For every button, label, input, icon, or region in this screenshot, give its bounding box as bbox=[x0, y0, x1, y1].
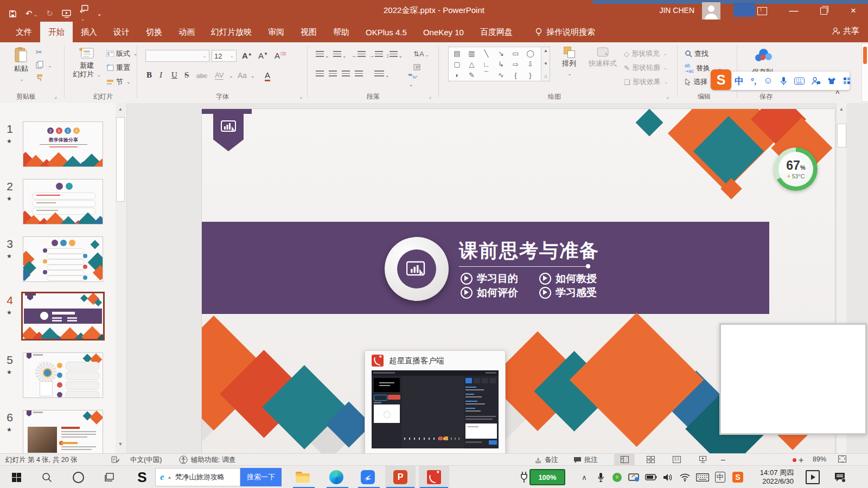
edge-scrollbar-thumb[interactable] bbox=[863, 47, 867, 64]
tray-media-icon[interactable] bbox=[802, 466, 824, 488]
tab-transitions[interactable]: 切换 bbox=[138, 22, 170, 42]
justify-button[interactable] bbox=[355, 70, 363, 79]
task-view-button[interactable] bbox=[98, 466, 122, 488]
scrollbar-thumb[interactable] bbox=[837, 124, 846, 147]
text-direction-button[interactable]: ⇅A⌄ bbox=[413, 50, 429, 58]
tab-home[interactable]: 开始 bbox=[40, 22, 73, 42]
font-size-combobox[interactable]: 12⌄ bbox=[212, 50, 237, 62]
slide-title[interactable]: 课前思考与准备 bbox=[459, 238, 599, 264]
bullets-button[interactable]: ⌄ bbox=[316, 51, 329, 59]
reset-button[interactable]: 重置 bbox=[106, 63, 130, 73]
bold-button[interactable]: B bbox=[146, 70, 152, 80]
layout-button[interactable]: 版式⌄ bbox=[106, 49, 138, 59]
reading-view-button[interactable] bbox=[666, 454, 687, 465]
fit-slide-button[interactable] bbox=[838, 455, 846, 463]
clipboard-dialog-launcher[interactable]: ⌟ bbox=[54, 93, 57, 99]
restore-button[interactable] bbox=[811, 0, 836, 22]
bullet-item[interactable]: 学习感受 bbox=[539, 286, 597, 300]
collapse-ribbon-button[interactable]: ^ bbox=[835, 89, 840, 97]
shape-curve-icon[interactable]: ∿ bbox=[494, 70, 508, 80]
minimize-button[interactable]: — bbox=[781, 0, 806, 22]
cortana-icon[interactable] bbox=[66, 466, 90, 488]
voice-input-icon[interactable] bbox=[780, 76, 787, 86]
section-button[interactable]: 节⌄ bbox=[106, 77, 131, 87]
shrink-font-button[interactable]: A▼ bbox=[258, 51, 268, 60]
tray-keyboard-icon[interactable] bbox=[693, 466, 712, 488]
gallery-up-arrow[interactable]: ▲ bbox=[544, 48, 548, 53]
shape-effects-button[interactable]: ❑形状效果⌄ bbox=[624, 77, 668, 87]
sogou-logo[interactable]: S bbox=[711, 69, 731, 90]
shape-freeform-icon[interactable]: ◗ bbox=[450, 70, 464, 80]
align-left-button[interactable] bbox=[316, 70, 324, 79]
ribbon-display-options-button[interactable] bbox=[750, 0, 775, 22]
accessibility-icon[interactable] bbox=[179, 455, 188, 464]
soft-keyboard-icon[interactable] bbox=[794, 78, 805, 85]
shape-down-arrow-icon[interactable]: ⇩ bbox=[523, 59, 538, 69]
slide-thumbnail-4-selected[interactable] bbox=[21, 292, 105, 341]
bullet-item[interactable]: 如何评价 bbox=[461, 286, 518, 300]
start-button[interactable] bbox=[4, 466, 28, 488]
spellcheck-icon[interactable] bbox=[111, 455, 119, 463]
cut-icon[interactable]: ✂ bbox=[36, 48, 42, 56]
bullet-item[interactable]: 学习目的 bbox=[461, 272, 518, 286]
ime-person-icon[interactable] bbox=[812, 77, 820, 85]
comments-button[interactable]: 批注 bbox=[573, 455, 598, 465]
punctuation-button[interactable]: °, bbox=[751, 76, 756, 86]
scrollbar-thumb[interactable] bbox=[116, 117, 125, 202]
format-painter-icon[interactable] bbox=[36, 74, 44, 82]
tray-ime-mode[interactable]: 中 bbox=[712, 466, 728, 488]
camera-overlay-window[interactable] bbox=[719, 323, 867, 435]
slide-thumbnail-1[interactable]: 2 0 2 2 教学体验分享 bbox=[23, 121, 103, 167]
paste-button[interactable]: 粘贴 ⌄ bbox=[7, 47, 36, 84]
chaoxing-app-icon[interactable] bbox=[420, 466, 448, 488]
shape-arc-icon[interactable]: ⌒ bbox=[479, 70, 494, 80]
tray-volume-icon[interactable] bbox=[660, 466, 676, 488]
skin-shirt-icon[interactable] bbox=[827, 77, 836, 85]
taskbar-preview-popup[interactable]: 超星直播客户端 bbox=[365, 350, 506, 454]
account-name[interactable]: JIN CHEN bbox=[659, 6, 694, 15]
tab-animations[interactable]: 动画 bbox=[170, 22, 203, 42]
notification-center-icon[interactable] bbox=[827, 466, 854, 488]
tell-me-search[interactable]: 操作说明搜索 bbox=[535, 22, 595, 42]
shape-right-brace-icon[interactable]: } bbox=[523, 70, 538, 80]
slide-thumbnail-6[interactable] bbox=[23, 410, 103, 453]
change-case-button[interactable]: Aa bbox=[238, 71, 247, 80]
ime-mode-button[interactable]: 中 bbox=[735, 75, 744, 87]
convert-smartart-button[interactable]: ⌄ bbox=[408, 73, 417, 88]
emoji-button[interactable]: ☺ bbox=[763, 75, 773, 86]
change-case-dropdown[interactable]: ⌄ bbox=[251, 73, 255, 79]
tab-insert[interactable]: 插入 bbox=[73, 22, 105, 42]
file-explorer-icon[interactable] bbox=[290, 466, 316, 488]
battery-percent-widget[interactable]: 100% bbox=[520, 469, 565, 485]
slide-thumbnail-2[interactable] bbox=[23, 179, 103, 224]
battery-temp-widget[interactable]: 67% 53°C bbox=[774, 147, 818, 191]
columns-button[interactable]: ⌄ bbox=[374, 70, 390, 79]
strikethrough-button[interactable]: S bbox=[184, 70, 189, 80]
shape-rounded-rectangle-icon[interactable]: ▢ bbox=[450, 59, 464, 69]
bullet-item[interactable]: 如何教授 bbox=[539, 272, 597, 286]
tab-view[interactable]: 视图 bbox=[292, 22, 325, 42]
taskbar-news-search[interactable]: e ▲ 梵净山旅游攻略 bbox=[155, 468, 240, 486]
zoom-percentage[interactable]: 89% bbox=[813, 455, 826, 463]
zoom-in-button[interactable]: + bbox=[799, 455, 803, 465]
shape-outline-button[interactable]: ✎形状轮廓⌄ bbox=[624, 63, 667, 73]
align-center-button[interactable] bbox=[329, 70, 337, 79]
decrease-indent-button[interactable]: ← bbox=[352, 51, 366, 59]
close-button[interactable]: × bbox=[841, 0, 866, 22]
copy-dropdown[interactable]: ⌄ bbox=[48, 63, 52, 68]
shape-textbox-icon[interactable]: ▤ bbox=[450, 48, 464, 59]
shape-elbow-arrow-icon[interactable]: ↳ bbox=[494, 59, 508, 69]
arrange-button[interactable]: 排列 ⌄ bbox=[554, 47, 584, 78]
tab-onekey[interactable]: OneKey 10 bbox=[415, 22, 472, 42]
shape-left-brace-icon[interactable]: { bbox=[508, 70, 523, 80]
tray-projection-icon[interactable] bbox=[625, 466, 642, 488]
accessibility-status[interactable]: 辅助功能: 调查 bbox=[191, 455, 235, 465]
scroll-down-arrow[interactable]: ▼ bbox=[116, 439, 125, 449]
quick-styles-button[interactable]: 快速样式 bbox=[586, 47, 620, 68]
taskbar-search-icon[interactable] bbox=[35, 466, 59, 488]
tray-mic-icon[interactable] bbox=[592, 466, 609, 488]
shape-vertical-textbox-icon[interactable]: ▥ bbox=[464, 48, 479, 59]
black-swirl-app-icon[interactable]: S bbox=[129, 466, 155, 488]
shape-line-icon[interactable]: ╲ bbox=[479, 48, 494, 59]
share-button[interactable]: 共享 bbox=[832, 26, 859, 36]
